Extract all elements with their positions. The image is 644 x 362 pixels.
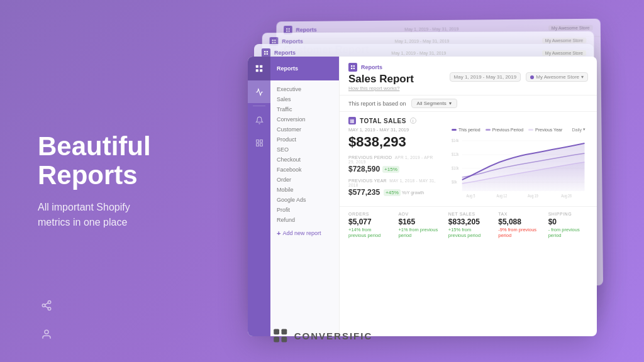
svg-text:$12k: $12k	[452, 151, 459, 156]
how-it-works-link[interactable]: How this report works?	[348, 85, 414, 91]
legend-this-period: This period	[452, 128, 480, 132]
sales-report-title-area: Reports Sales Report How this report wor…	[348, 63, 414, 91]
order-store: My Awesome Store	[542, 50, 586, 56]
current-period-label: MAY 1, 2019 - MAY 31, 2019	[348, 127, 436, 133]
svg-rect-13	[272, 42, 274, 43]
svg-rect-17	[264, 53, 265, 55]
sidebar: Reports Executive Sales Traffic Conversi…	[270, 57, 340, 336]
svg-rect-29	[351, 68, 352, 69]
sidebar-item-product[interactable]: Product	[270, 134, 339, 145]
sidebar-item-executive[interactable]: Executive	[270, 84, 339, 94]
svg-text:$10k: $10k	[452, 165, 459, 170]
order-date: May 1, 2019 - May 31, 2019	[391, 51, 446, 55]
report-header: Reports Sales Report How this report wor…	[340, 57, 597, 96]
legend-prev-period: Previous Period	[486, 128, 523, 132]
share-icon[interactable]	[38, 297, 55, 314]
nav-bell-icon[interactable]	[248, 109, 270, 131]
svg-rect-27	[353, 65, 355, 67]
stat-shipping: SHIPPING $0 - from previous period	[548, 212, 588, 238]
svg-rect-26	[351, 65, 352, 67]
svg-rect-44	[281, 337, 287, 343]
sidebar-item-profit[interactable]: Profit	[270, 205, 339, 215]
svg-rect-19	[260, 65, 262, 68]
header-tab-label: Reports	[361, 64, 382, 70]
store-selector[interactable]: My Awesome Store ▾	[526, 72, 588, 82]
chart-legend-row: This period Previous Period Previous Yea…	[452, 127, 586, 132]
sidebar-item-checkout[interactable]: Checkout	[270, 155, 339, 165]
left-panel: Beautiful Reports All important Shopify …	[38, 132, 164, 230]
svg-rect-15	[267, 51, 268, 52]
previous-change-badge: +15%	[382, 166, 399, 173]
svg-rect-25	[256, 143, 258, 146]
yoy-growth-label: YoY growth	[402, 190, 424, 195]
sidebar-item-conversion[interactable]: Conversion	[270, 114, 339, 124]
nav-chart-icon[interactable]	[248, 80, 270, 103]
sales-report-card: Reports Executive Sales Traffic Conversi…	[248, 57, 597, 336]
main-content: Reports Sales Report How this report wor…	[340, 57, 597, 336]
svg-rect-18	[256, 65, 258, 68]
section-label: TOTAL SALES	[360, 118, 406, 124]
svg-rect-20	[260, 69, 262, 72]
sidebar-item-sales[interactable]: Sales	[270, 94, 339, 104]
svg-rect-24	[260, 143, 262, 146]
brand-name: CONVERSIFIC	[294, 331, 373, 341]
svg-rect-9	[286, 30, 287, 31]
stat-aov: AOV $165 +1% from previous period	[398, 212, 438, 238]
svg-rect-12	[274, 42, 275, 43]
info-icon[interactable]: i	[410, 118, 416, 124]
sidebar-item-traffic[interactable]: Traffic	[270, 104, 339, 114]
svg-text:$8k: $8k	[452, 179, 457, 184]
sales-report-title: Sales Report	[348, 73, 414, 85]
store-dot	[530, 75, 534, 79]
section-chart-icon: ▦	[348, 117, 356, 124]
svg-rect-22	[256, 140, 258, 142]
legend-prev-year: Previous Year	[528, 128, 562, 132]
sidebar-title: Reports	[277, 65, 298, 72]
svg-point-0	[48, 301, 51, 304]
traffic-store: My Awesome Store	[542, 37, 587, 43]
svg-rect-11	[274, 40, 275, 41]
year-change-badge: +45%	[384, 189, 401, 196]
svg-rect-6	[286, 28, 287, 30]
svg-rect-42	[274, 329, 279, 335]
sidebar-item-refund[interactable]: Refund	[270, 215, 339, 225]
svg-point-2	[48, 307, 51, 310]
year-label: PREVIOUS YEAR May 1, 2018 - May 31, 2018	[348, 178, 436, 187]
segment-selector[interactable]: All Segments ▾	[411, 99, 457, 108]
svg-point-5	[45, 330, 48, 334]
nav-logo-icon	[248, 57, 270, 80]
user-icon[interactable]	[38, 326, 55, 343]
svg-rect-43	[281, 329, 287, 335]
svg-text:$14k: $14k	[452, 138, 459, 143]
social-icons	[38, 297, 55, 343]
svg-rect-7	[289, 28, 290, 30]
sidebar-item-facebook[interactable]: Facebook	[270, 165, 339, 175]
chart-legend: This period Previous Period Previous Yea…	[452, 128, 562, 132]
nav-grid-icon[interactable]	[248, 131, 270, 154]
total-sales-section-header: ▦ TOTAL SALES i	[340, 112, 597, 127]
svg-rect-14	[264, 51, 265, 52]
add-new-report-button[interactable]: + Add new report	[270, 228, 339, 239]
sidebar-item-customer[interactable]: Customer	[270, 124, 339, 134]
year-value: $577,235	[348, 188, 380, 197]
previous-value: $728,590	[348, 165, 380, 173]
svg-line-4	[45, 303, 48, 305]
previous-period-label: PREVIOUS PERIOD Apr 1, 2019 - Apr 29, 20…	[348, 155, 436, 164]
sidebar-item-mobile[interactable]: Mobile	[270, 185, 339, 195]
date-range-selector[interactable]: May 1, 2019 - May 31, 2019	[450, 72, 521, 82]
sidebar-item-seo[interactable]: SEO	[270, 145, 339, 155]
subtext: All important Shopify metrics in one pla…	[38, 200, 164, 230]
stat-tax: TAX $5,088 -9% from previous period	[498, 212, 538, 238]
customer-store: My Awesome Store	[548, 25, 593, 31]
frequency-selector[interactable]: Daily ▾	[572, 127, 586, 132]
sidebar-item-googleads[interactable]: Google Ads	[270, 195, 339, 205]
sidebar-item-order[interactable]: Order	[270, 175, 339, 185]
traffic-date: May 1, 2019 - May 31, 2019	[395, 38, 450, 43]
svg-rect-8	[288, 30, 289, 31]
svg-rect-16	[267, 53, 268, 55]
brand-logo-icon	[272, 327, 289, 344]
chart-area: This period Previous Period Previous Yea…	[449, 127, 588, 206]
sidebar-header: Reports	[270, 57, 339, 80]
left-metrics: MAY 1, 2019 - MAY 31, 2019 $838,293 PREV…	[348, 127, 436, 206]
svg-text:Aug 26: Aug 26	[561, 193, 572, 198]
